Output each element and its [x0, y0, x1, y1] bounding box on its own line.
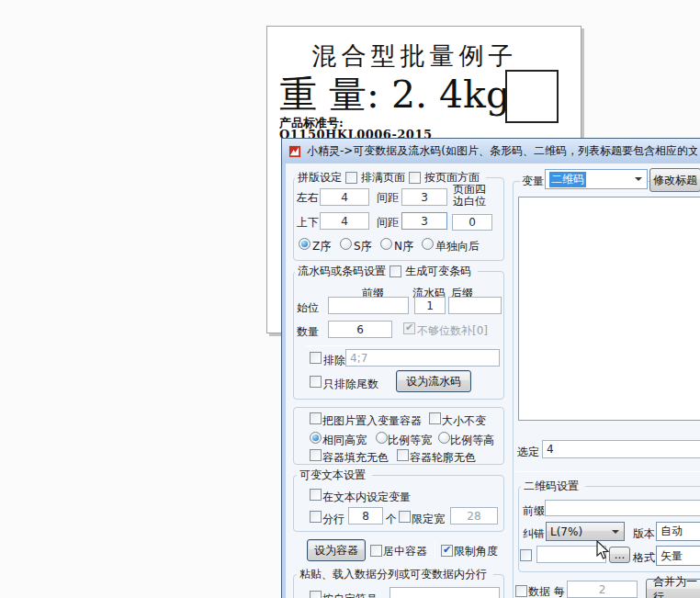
dialog-titlebar[interactable]: 小精灵->可变数据及流水码(如图片、条形码、二维码，列表标题要包含相应的文	[282, 139, 700, 164]
variable-combobox[interactable]: 二维码	[545, 169, 648, 189]
group-variable-panel: 变量 二维码 修改标题 选定 4 二维码设置 前缀 纠错	[513, 181, 700, 598]
page-margin-input[interactable]: 0	[452, 214, 492, 231]
document-title: 混合型批量例子	[267, 39, 562, 73]
qr-format-label: 格式	[633, 550, 655, 566]
prop-width-label: 比例等宽	[388, 433, 432, 448]
var-in-text-checkbox[interactable]	[310, 489, 322, 501]
order-single-label: 单独向后	[435, 239, 480, 254]
fill-colorless-label: 容器填充无色	[322, 450, 389, 466]
custom-symbol-checkbox[interactable]	[310, 591, 322, 598]
container-row-separator	[435, 540, 435, 559]
limit-angle-checkbox[interactable]	[441, 545, 453, 557]
fixed-size-label: 大小不变	[442, 413, 486, 429]
set-container-button[interactable]: 设为容器	[307, 539, 366, 561]
gap2-input[interactable]: 3	[401, 212, 447, 230]
qr-format-combobox[interactable]: 矢量	[656, 546, 700, 566]
group-paste-data: 粘贴、载入数据分列或可变数据内分行 按自定符号	[293, 574, 504, 598]
serial-prefix-input[interactable]	[328, 297, 409, 314]
center-container-checkbox[interactable]	[370, 545, 382, 557]
exclude-tail-label: 只排除尾数	[323, 377, 378, 392]
group-qr-legend: 二维码设置	[524, 480, 579, 493]
variable-barcode-label: 生成可变条码	[405, 265, 471, 278]
same-wh-radio[interactable]	[310, 432, 322, 444]
gap2-label: 间距	[377, 215, 399, 231]
serial-suffix-input[interactable]	[448, 297, 502, 314]
browse-button[interactable]: ...	[609, 547, 630, 563]
left-right-label: 左右	[297, 190, 319, 206]
center-container-label: 居中容器	[383, 544, 427, 559]
start-position-label: 始位	[297, 300, 319, 316]
split-lines-checkbox[interactable]	[310, 511, 322, 523]
order-n-radio[interactable]	[380, 238, 392, 250]
split-lines-label: 分行	[322, 512, 344, 527]
fill-page-checkbox[interactable]	[345, 172, 357, 184]
screen: 混合型批量例子 重 量: 2. 4kg 产品标准号: Q1150HKL0006-…	[0, 0, 700, 598]
image-into-container-checkbox[interactable]	[310, 412, 322, 424]
group-layout-legend: 拼版设定	[298, 171, 342, 185]
set-serial-button[interactable]: 设为流水码	[396, 370, 471, 392]
variable-listbox[interactable]	[518, 197, 700, 421]
quantity-label: 数量	[297, 324, 319, 340]
order-z-label: Z序	[312, 239, 331, 254]
split-count-input[interactable]: 8	[348, 507, 383, 525]
qr-logo-checkbox[interactable]	[520, 549, 532, 561]
chevron-down-icon	[612, 530, 619, 534]
exclude-checkbox[interactable]	[310, 352, 322, 364]
group-serial-legend: 流水码或条码设置	[298, 265, 386, 278]
data-per-input[interactable]: 2	[567, 581, 638, 598]
qr-ecc-label: 纠错	[523, 526, 545, 542]
order-s-label: S序	[354, 239, 372, 254]
limit-width-checkbox[interactable]	[399, 511, 411, 523]
pad-zero-checkbox[interactable]	[403, 322, 415, 334]
limit-angle-label: 限制角度	[454, 544, 498, 559]
fill-page-label: 排满页面	[361, 171, 405, 185]
top-bottom-label: 上下	[297, 215, 319, 231]
exclude-input[interactable]: 4;7	[345, 349, 500, 367]
exclude-tail-checkbox[interactable]	[310, 376, 322, 388]
var-in-text-label: 在文本内设定变量	[322, 490, 411, 505]
outline-colorless-checkbox[interactable]	[397, 449, 409, 461]
qr-prefix-label: 前缀	[523, 503, 545, 519]
qr-ecc-combobox[interactable]: L(7%)	[546, 522, 625, 541]
quantity-input[interactable]: 6	[328, 321, 392, 338]
serial-start-input[interactable]: 1	[414, 297, 446, 314]
qr-version-label: 版本	[633, 526, 655, 542]
dialog-title: 小精灵->可变数据及流水码(如图片、条形码、二维码，列表标题要包含相应的文	[307, 143, 697, 159]
gap1-input[interactable]: 3	[401, 188, 447, 206]
order-single-radio[interactable]	[422, 238, 434, 250]
variable-barcode-checkbox[interactable]	[390, 265, 401, 277]
prop-height-label: 比例等高	[450, 433, 494, 448]
order-z-radio[interactable]	[299, 238, 310, 250]
prop-height-radio[interactable]	[438, 432, 450, 444]
pad-zero-label: 不够位数补[0]	[417, 323, 488, 339]
same-wh-label: 相同高宽	[322, 433, 367, 448]
limit-width-input[interactable]: 28	[450, 507, 498, 525]
edit-title-button[interactable]: 修改标题	[649, 168, 700, 192]
merge-button[interactable]: 合并为一行	[646, 579, 700, 598]
custom-symbol-input[interactable]	[390, 587, 500, 598]
image-into-container-label: 把图片置入变量容器	[322, 413, 422, 429]
exclude-label: 排除	[323, 353, 345, 368]
selected-input[interactable]: 4	[542, 440, 700, 458]
split-unit-label: 个	[386, 512, 397, 527]
chevron-down-icon	[635, 177, 642, 181]
by-page-direction-checkbox[interactable]	[409, 172, 421, 184]
fixed-size-checkbox[interactable]	[429, 412, 441, 424]
data-per-label: 数据 每	[528, 584, 565, 598]
mouse-cursor	[595, 540, 611, 561]
left-right-input[interactable]: 4	[320, 188, 369, 206]
qr-version-combobox[interactable]: 自动	[656, 522, 700, 541]
top-bottom-input[interactable]: 4	[320, 212, 369, 230]
order-s-radio[interactable]	[340, 238, 352, 250]
qr-version-value: 自动	[660, 524, 683, 539]
selected-label: 选定	[517, 445, 539, 460]
dialog-window: 小精灵->可变数据及流水码(如图片、条形码、二维码，列表标题要包含相应的文 拼版…	[281, 138, 700, 598]
prop-width-radio[interactable]	[376, 432, 388, 444]
data-per-checkbox[interactable]	[515, 585, 527, 597]
group-layout-settings: 拼版设定 排满页面 按页面方面 左右 4 间距 3 页面四边白位 上下 4 间距…	[293, 177, 504, 261]
fill-colorless-checkbox[interactable]	[310, 449, 322, 461]
qr-prefix-input[interactable]	[545, 500, 700, 516]
dialog-client-area: 拼版设定 排满页面 按页面方面 左右 4 间距 3 页面四边白位 上下 4 间距…	[286, 164, 700, 598]
right-panel-separator	[515, 471, 700, 472]
limit-width-label: 限定宽	[412, 512, 445, 527]
